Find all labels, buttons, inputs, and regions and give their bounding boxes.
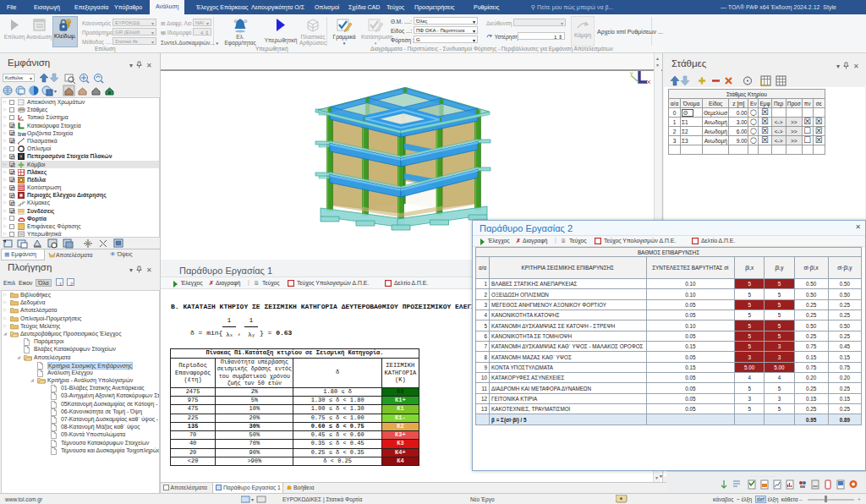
svg-text:y: y [630,70,633,77]
svg-text:⚙: ⚙ [244,19,248,24]
svg-text:w: w [21,131,27,137]
svg-text:▾: ▾ [251,497,254,502]
svg-text:▾: ▾ [54,89,57,94]
svg-text:⚙: ⚙ [233,19,238,24]
